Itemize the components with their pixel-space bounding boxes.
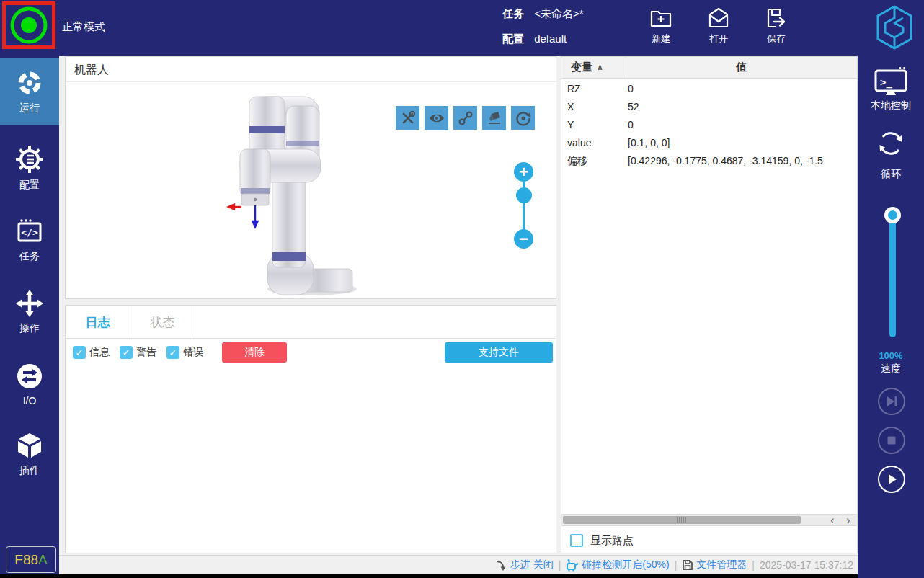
variable-value: 0: [628, 116, 857, 134]
variable-name: Y: [567, 116, 574, 134]
collapse-chevron-icon: ∧: [597, 63, 603, 72]
sidebar-item-label: I/O: [23, 395, 37, 406]
robot-model-suffix: A: [38, 552, 48, 568]
brand-logo-icon: [874, 4, 915, 51]
loop-button[interactable]: [876, 128, 906, 161]
sidebar-item-run[interactable]: 运行: [0, 58, 59, 125]
support-file-button[interactable]: 支持文件: [445, 342, 553, 363]
loop-icon: [876, 128, 906, 159]
open-file-icon: [706, 6, 731, 30]
variable-row[interactable]: value [0.1, 0, 0]: [561, 134, 857, 152]
sidebar-item-operate[interactable]: 操作: [0, 278, 59, 346]
open-task-button[interactable]: 打开: [697, 6, 740, 52]
speed-slider-track[interactable]: [889, 213, 896, 337]
terminal-icon: >_: [874, 66, 907, 97]
scroll-left-arrow[interactable]: ‹: [825, 515, 840, 525]
variable-value: [0.1, 0, 0]: [628, 134, 857, 152]
check-icon: ✓: [76, 347, 84, 358]
view-erase-button[interactable]: [482, 106, 506, 130]
horizontal-scrollbar[interactable]: ‹ ›: [561, 514, 857, 526]
play-icon: [884, 472, 899, 486]
play-button[interactable]: [878, 466, 905, 493]
variables-column-header[interactable]: 变量 ∧: [561, 57, 626, 78]
variable-row[interactable]: RZ 0: [561, 80, 857, 98]
log-tab-bar: 日志 状态: [66, 306, 556, 339]
open-task-label: 打开: [709, 32, 728, 45]
save-task-button[interactable]: 保存: [755, 6, 798, 52]
separator: |: [559, 559, 561, 571]
sidebar-item-config[interactable]: 配置: [0, 134, 59, 202]
code-window-icon: </>: [16, 218, 43, 245]
log-content-area[interactable]: [66, 366, 556, 553]
power-status-icon[interactable]: [6, 5, 52, 45]
robot-panel-title: 机器人: [74, 63, 109, 78]
eraser-icon: [486, 110, 503, 127]
path-icon: [457, 110, 474, 127]
filter-info-checkbox[interactable]: ✓: [73, 346, 86, 359]
sidebar-item-plugin[interactable]: 插件: [0, 420, 59, 488]
robot-model-prefix: F88: [14, 552, 38, 568]
tab-log[interactable]: 日志: [66, 306, 130, 339]
variable-name: 偏移: [567, 152, 587, 170]
filter-error-checkbox[interactable]: ✓: [166, 346, 179, 359]
collision-detection-status[interactable]: 碰撞检测开启(50%): [566, 559, 669, 572]
variables-header-label: 变量: [571, 61, 592, 74]
sidebar-item-label: 操作: [19, 322, 40, 335]
view-path-button[interactable]: [453, 106, 477, 130]
robot-model-button[interactable]: F88A: [6, 546, 56, 573]
scrollbar-grip-icon: [677, 517, 687, 523]
plugin-cube-icon: [16, 432, 43, 459]
sidebar-item-io[interactable]: I/O: [0, 350, 59, 418]
stop-button[interactable]: [878, 427, 905, 454]
new-file-icon: [649, 6, 673, 30]
variable-name: X: [567, 98, 574, 116]
show-waypoints-label: 显示路点: [590, 534, 634, 548]
zoom-in-button[interactable]: +: [514, 162, 533, 182]
scroll-right-arrow[interactable]: ›: [841, 515, 856, 525]
tab-status[interactable]: 状态: [130, 306, 195, 339]
robot-view-panel: 机器人: [65, 56, 556, 299]
filter-info-label: 信息: [89, 346, 110, 359]
minus-icon: −: [519, 231, 528, 247]
separator: |: [675, 559, 678, 571]
filter-error-label: 错误: [183, 346, 203, 359]
window-bottom-edge: [0, 574, 858, 578]
step-forward-button[interactable]: [878, 388, 905, 415]
clear-log-button[interactable]: 清除: [222, 342, 287, 363]
variable-row[interactable]: Y 0: [561, 116, 857, 134]
robot-3d-view[interactable]: [204, 73, 361, 298]
stop-icon: [884, 433, 899, 448]
zoom-out-button[interactable]: −: [514, 229, 533, 249]
new-task-button[interactable]: 新建: [639, 6, 683, 52]
variable-row[interactable]: X 52: [561, 98, 857, 116]
gear-icon: [15, 145, 44, 174]
file-manager-icon: [682, 559, 693, 571]
local-control-button[interactable]: >_: [874, 66, 907, 99]
collision-robot-icon: [566, 559, 579, 572]
save-task-label: 保存: [767, 32, 786, 45]
status-indicator-highlight-box: [2, 1, 55, 49]
zoom-slider-knob[interactable]: [516, 187, 532, 203]
clock-timestamp: 2025-03-17 15:37:12: [760, 559, 853, 571]
view-tools-button[interactable]: [396, 106, 419, 130]
sidebar-item-label: 任务: [19, 250, 40, 263]
view-reset-rotation-button[interactable]: [511, 106, 535, 130]
file-manager-label: 文件管理器: [696, 559, 747, 572]
left-sidebar: 运行 配置 </> 任务: [0, 56, 59, 574]
scrollbar-thumb[interactable]: [563, 516, 801, 524]
variable-row[interactable]: 偏移 [0.42296, -0.1775, 0.4687, -3.14159, …: [561, 152, 857, 170]
sidebar-item-label: 插件: [19, 464, 40, 477]
speed-slider-knob[interactable]: [884, 207, 901, 223]
mode-label: 正常模式: [62, 20, 105, 34]
sidebar-item-task[interactable]: </> 任务: [0, 206, 59, 274]
plus-icon: +: [519, 164, 528, 180]
view-visibility-button[interactable]: [425, 106, 448, 130]
step-mode-status[interactable]: 步进 关闭: [495, 559, 554, 572]
file-manager-link[interactable]: 文件管理器: [682, 559, 747, 572]
config-row: 配置 default: [502, 32, 567, 46]
tools-icon: [400, 110, 416, 126]
show-waypoints-checkbox[interactable]: [570, 534, 583, 547]
step-arrow-icon: [495, 559, 507, 572]
step-mode-label: 步进 关闭: [510, 559, 554, 572]
filter-warning-checkbox[interactable]: ✓: [120, 346, 133, 359]
